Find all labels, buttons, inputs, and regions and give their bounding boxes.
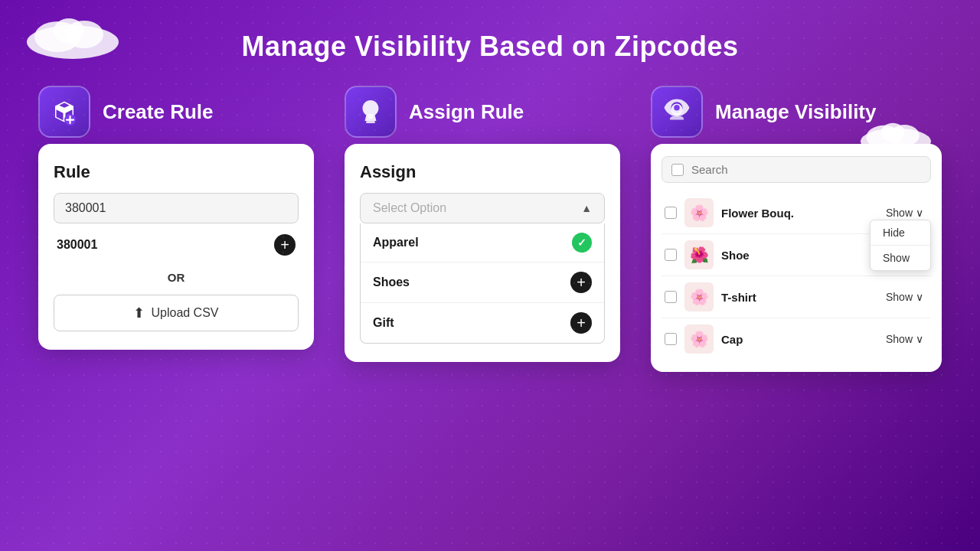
- manage-visibility-header: Manage Visibility: [651, 86, 876, 138]
- add-shoes-button[interactable]: +: [570, 272, 592, 293]
- cloud-top-right-icon: [858, 115, 934, 156]
- page-title: Manage Visibility Based on Zipcodes: [0, 0, 980, 86]
- product-checkbox[interactable]: [665, 207, 677, 219]
- package-icon: [51, 98, 78, 126]
- assign-rule-icon: [345, 86, 397, 138]
- assign-rule-card: Assign Select Option ▲ Apparel ✓ Shoes +: [345, 144, 620, 362]
- select-dropdown[interactable]: Select Option ▲: [360, 193, 605, 223]
- rule-item-text: 380001: [57, 238, 97, 252]
- chevron-down-icon: ∨: [916, 333, 923, 345]
- assign-icon: [357, 98, 384, 126]
- chevron-down-icon: ∨: [916, 207, 923, 219]
- dropdown-item-label: Shoes: [373, 276, 410, 289]
- product-thumb-cap: 🌸: [684, 324, 714, 354]
- hide-option[interactable]: Hide: [871, 220, 930, 246]
- cloud-top-left-icon: [23, 8, 122, 61]
- upload-label: Upload CSV: [151, 306, 218, 320]
- manage-visibility-icon: [651, 86, 703, 138]
- svg-point-7: [881, 123, 905, 142]
- show-dropdown-tshirt[interactable]: Show ∨: [881, 288, 928, 306]
- rule-card-title: Rule: [54, 162, 299, 182]
- dropdown-list: Apparel ✓ Shoes + Gift +: [360, 223, 605, 344]
- search-row: [662, 156, 931, 183]
- rule-input[interactable]: [65, 201, 287, 215]
- visibility-dropdown-popup: Hide Show: [870, 220, 931, 271]
- product-row-tshirt: 🌸 T-shirt Show ∨: [662, 276, 931, 318]
- visibility-icon: [663, 98, 691, 126]
- svg-rect-9: [366, 121, 375, 123]
- dropdown-item-gift[interactable]: Gift +: [361, 302, 604, 343]
- add-gift-button[interactable]: +: [570, 312, 592, 334]
- rule-item-row: 380001 +: [54, 230, 299, 260]
- product-checkbox[interactable]: [665, 291, 677, 303]
- show-label: Show: [886, 207, 913, 219]
- create-rule-column: Create Rule Rule 380001 + OR ⬆ Upload CS…: [38, 86, 314, 372]
- chevron-up-icon: ▲: [581, 202, 592, 214]
- product-thumb-tshirt: 🌸: [684, 282, 714, 311]
- search-checkbox[interactable]: [671, 164, 684, 176]
- show-dropdown-cap[interactable]: Show ∨: [881, 330, 928, 348]
- show-option[interactable]: Show: [871, 246, 930, 270]
- svg-point-3: [54, 18, 84, 43]
- upload-icon: ⬆: [133, 305, 145, 321]
- dropdown-item-apparel[interactable]: Apparel ✓: [361, 223, 604, 262]
- product-checkbox[interactable]: [665, 333, 677, 345]
- manage-visibility-title: Manage Visibility: [715, 100, 876, 124]
- show-label: Show: [886, 291, 913, 303]
- show-label: Show: [886, 333, 913, 345]
- product-thumb-shoe: 🌺: [684, 240, 714, 269]
- create-rule-card: Rule 380001 + OR ⬆ Upload CSV: [38, 144, 314, 350]
- product-thumb-flower: 🌸: [684, 198, 714, 227]
- main-columns: Create Rule Rule 380001 + OR ⬆ Upload CS…: [0, 86, 980, 372]
- chevron-down-icon: ∨: [916, 291, 923, 303]
- product-row-flower: 🌸 Flower Bouq. Show ∨ Hide Show: [662, 192, 931, 234]
- rule-input-box: [54, 193, 299, 223]
- product-checkbox[interactable]: [665, 249, 677, 261]
- create-rule-header: Create Rule: [38, 86, 214, 138]
- product-name-cap: Cap: [721, 333, 874, 346]
- product-name-shoe: Shoe: [721, 249, 874, 262]
- create-rule-icon: [38, 86, 90, 138]
- assign-card-title: Assign: [360, 162, 605, 182]
- check-icon: ✓: [572, 233, 592, 253]
- product-name-tshirt: T-shirt: [721, 291, 874, 304]
- select-placeholder: Select Option: [373, 201, 446, 215]
- dropdown-item-label: Apparel: [373, 236, 419, 249]
- svg-point-11: [674, 105, 680, 111]
- manage-visibility-card: 🌸 Flower Bouq. Show ∨ Hide Show 🌺 Shoe S…: [651, 144, 942, 372]
- assign-rule-header: Assign Rule: [345, 86, 524, 138]
- upload-csv-button[interactable]: ⬆ Upload CSV: [54, 295, 299, 331]
- product-row-cap: 🌸 Cap Show ∨: [662, 318, 931, 360]
- assign-rule-title: Assign Rule: [409, 100, 524, 124]
- dropdown-item-label: Gift: [373, 316, 394, 330]
- add-rule-button[interactable]: +: [274, 234, 296, 256]
- or-divider: OR: [54, 271, 299, 284]
- dropdown-item-shoes[interactable]: Shoes +: [361, 262, 604, 302]
- create-rule-title: Create Rule: [103, 100, 214, 124]
- product-name-flower: Flower Bouq.: [721, 207, 874, 220]
- search-input[interactable]: [691, 163, 921, 176]
- assign-rule-column: Assign Rule Assign Select Option ▲ Appar…: [345, 86, 620, 372]
